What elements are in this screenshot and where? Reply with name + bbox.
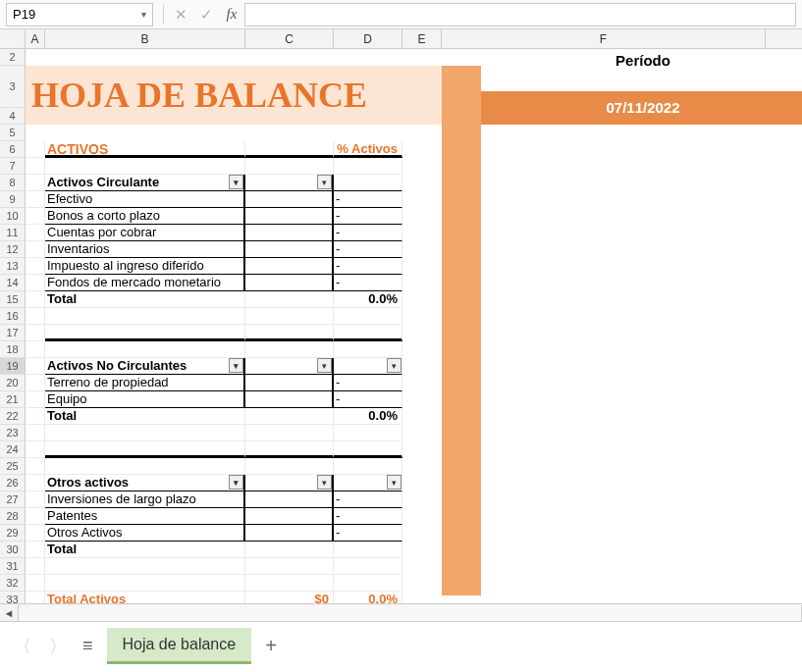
list-item[interactable]: Equipo	[45, 391, 245, 408]
cell-value[interactable]: -	[334, 508, 402, 525]
row-header[interactable]: 5	[0, 125, 26, 141]
row-header[interactable]: 9	[0, 191, 26, 208]
cell-value[interactable]: -	[334, 208, 402, 225]
row-header[interactable]: 28	[0, 508, 26, 525]
filter-dropdown-icon[interactable]: ▾	[317, 475, 332, 490]
row-header[interactable]: 20	[0, 375, 26, 391]
cell-value[interactable]: -	[334, 225, 402, 241]
list-item[interactable]: Impuesto al ingreso diferido	[45, 258, 245, 275]
filter-dropdown-icon[interactable]: ▾	[317, 358, 332, 373]
cell-value[interactable]: -	[334, 375, 402, 391]
row-header[interactable]: 31	[0, 558, 26, 575]
spreadsheet-grid: A B C D E F 2 3 4 5 6 7 8 9 10 11 12 13 …	[0, 29, 802, 603]
row-header[interactable]: 4	[0, 108, 26, 125]
horizontal-scrollbar[interactable]: ◄	[0, 603, 802, 621]
accept-formula-icon[interactable]: ✓	[193, 3, 219, 26]
formula-input[interactable]	[244, 3, 796, 26]
total-activos-pct: 0.0%	[334, 592, 402, 603]
total-label: Total	[45, 291, 245, 308]
sheet-tab[interactable]: Hoja de balance	[107, 628, 252, 664]
cell-value[interactable]: -	[334, 241, 402, 258]
list-item[interactable]: Terreno de propiedad	[45, 375, 245, 391]
activos-circulante-header: Activos Circulante ▾	[45, 175, 245, 191]
separator	[163, 5, 164, 25]
scrollbar-track[interactable]	[18, 605, 802, 621]
cell-value[interactable]: -	[334, 391, 402, 408]
total-activos-amount: $0	[245, 592, 334, 603]
row-header[interactable]: 6	[0, 141, 26, 158]
row-header[interactable]: 19	[0, 358, 26, 375]
total-pct: 0.0%	[334, 291, 402, 308]
row-header[interactable]: 32	[0, 575, 26, 592]
name-box[interactable]: P19 ▾	[6, 3, 153, 26]
filter-dropdown-icon[interactable]: ▾	[317, 175, 332, 189]
select-all-corner[interactable]	[0, 29, 26, 48]
otros-activos-label: Otros activos	[47, 475, 129, 490]
list-item[interactable]: Fondos de mercado monetario	[45, 275, 245, 291]
row-header[interactable]: 14	[0, 275, 26, 291]
cell-value[interactable]: -	[334, 258, 402, 275]
row-header[interactable]: 2	[0, 49, 26, 66]
cell-value[interactable]: -	[334, 491, 402, 508]
total-pct: 0.0%	[334, 408, 402, 425]
row-header[interactable]: 13	[0, 258, 26, 275]
tab-menu-icon[interactable]: ≡	[82, 636, 93, 656]
activos-header: ACTIVOS	[45, 141, 245, 158]
list-item[interactable]: Bonos a corto plazo	[45, 208, 245, 225]
tab-next-icon[interactable]: 〉	[47, 635, 69, 658]
row-header[interactable]: 16	[0, 308, 26, 325]
col-header-e[interactable]: E	[402, 29, 442, 48]
filter-dropdown-icon[interactable]: ▾	[387, 358, 401, 373]
fx-icon[interactable]: fx	[219, 3, 244, 26]
col-header-f[interactable]: F	[442, 29, 766, 48]
list-item[interactable]: Cuentas por cobrar	[45, 225, 245, 241]
row-header[interactable]: 10	[0, 208, 26, 225]
list-item[interactable]: Inventarios	[45, 241, 245, 258]
add-sheet-icon[interactable]: +	[265, 635, 277, 657]
row-header[interactable]: 12	[0, 241, 26, 258]
periodo-label: Período	[481, 52, 802, 69]
row-headers: 2 3 4 5 6 7 8 9 10 11 12 13 14 15 16 17 …	[0, 49, 26, 603]
col-header-d[interactable]: D	[334, 29, 402, 48]
filter-dropdown-icon[interactable]: ▾	[229, 358, 243, 373]
filter-dropdown-icon[interactable]: ▾	[229, 475, 243, 490]
col-header-c[interactable]: C	[245, 29, 334, 48]
row-header[interactable]: 18	[0, 341, 26, 358]
row-header[interactable]: 24	[0, 441, 26, 458]
sheet-tab-bar: 〈 〉 ≡ Hoja de balance +	[0, 621, 802, 670]
activos-no-circulantes-header: Activos No Circulantes ▾	[45, 358, 245, 375]
filter-dropdown-icon[interactable]: ▾	[387, 475, 401, 490]
list-item[interactable]: Inversiones de largo plazo	[45, 491, 245, 508]
tab-prev-icon[interactable]: 〈	[12, 635, 33, 658]
col-header-a[interactable]: A	[26, 29, 45, 48]
cell-value[interactable]: -	[334, 275, 402, 291]
cell-value[interactable]: -	[334, 191, 402, 208]
col-header-b[interactable]: B	[45, 29, 245, 48]
cell-value[interactable]: -	[334, 525, 402, 542]
scroll-left-icon[interactable]: ◄	[0, 605, 18, 621]
cancel-formula-icon[interactable]: ✕	[168, 3, 193, 26]
activos-no-circulantes-label: Activos No Circulantes	[47, 358, 187, 373]
row-header[interactable]: 8	[0, 175, 26, 191]
side-accent	[442, 66, 481, 595]
row-header[interactable]: 26	[0, 475, 26, 491]
row-header[interactable]: 22	[0, 408, 26, 425]
name-box-dropdown-icon[interactable]: ▾	[141, 9, 146, 20]
row-header[interactable]: 25	[0, 458, 26, 475]
filter-dropdown-icon[interactable]: ▾	[229, 175, 243, 189]
row-header[interactable]: 23	[0, 425, 26, 441]
row-header[interactable]: 33	[0, 592, 26, 603]
row-header[interactable]: 7	[0, 158, 26, 175]
row-header[interactable]: 27	[0, 491, 26, 508]
row-header[interactable]: 11	[0, 225, 26, 241]
row-header[interactable]: 15	[0, 291, 26, 308]
list-item[interactable]: Otros Activos	[45, 525, 245, 542]
row-header[interactable]: 30	[0, 542, 26, 558]
row-header[interactable]: 17	[0, 325, 26, 341]
list-item[interactable]: Efectivo	[45, 191, 245, 208]
row-header[interactable]: 3	[0, 66, 26, 108]
sheet-body[interactable]: HOJA DE BALANCE Período 07/11/2022 ACTIV…	[26, 49, 802, 603]
row-header[interactable]: 21	[0, 391, 26, 408]
row-header[interactable]: 29	[0, 525, 26, 542]
list-item[interactable]: Patentes	[45, 508, 245, 525]
